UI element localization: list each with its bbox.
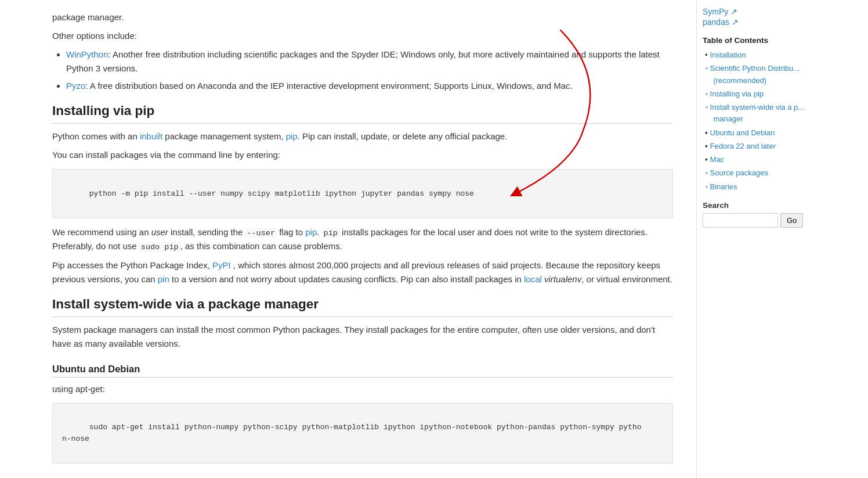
pin-link[interactable]: pin: [158, 274, 169, 284]
inbuilt-link[interactable]: inbuilt: [140, 131, 162, 141]
toc-square-ubuntu: [705, 128, 710, 137]
content-wrapper: package manager. Other options include: …: [52, 10, 673, 478]
toc-link-ubuntu[interactable]: Ubuntu and Debian: [710, 128, 775, 137]
pyzo-desc: : A free distribution based on Anaconda …: [85, 81, 572, 91]
toc-link-mac[interactable]: Mac: [710, 155, 725, 164]
pyzo-link[interactable]: Pyzo: [66, 81, 85, 91]
intro-paragraph: package manager.: [52, 10, 673, 24]
toc-circle-source: [705, 168, 710, 177]
pip-para3: We recommend using an user install, send…: [52, 225, 673, 254]
other-options-paragraph: Other options include:: [52, 29, 673, 43]
toc-item-binaries: Binaries: [705, 181, 836, 193]
pandas-link[interactable]: pandas ↗: [703, 17, 836, 27]
pip-para2-text: You can install packages via the command…: [52, 150, 280, 160]
search-row: Go: [703, 213, 836, 228]
search-area: Search Go: [703, 201, 836, 228]
pip-code: pip: [322, 228, 339, 238]
section-system-heading: Install system-wide via a package manage…: [52, 297, 673, 312]
other-options-label: Other options include:: [52, 31, 137, 41]
section-pip-divider: [52, 123, 673, 124]
section-ubuntu-heading: Ubuntu and Debian: [52, 364, 673, 378]
intro-text: package manager.: [52, 12, 124, 22]
toc-link-scientific[interactable]: Scientific Python Distribu... (recommend…: [705, 64, 800, 84]
ubuntu-using-label: using apt-get:: [52, 382, 673, 396]
pip-command-text: python -m pip install --user numpy scipy…: [89, 189, 474, 198]
toc-list: Installation Scientific Python Distribu.…: [705, 49, 836, 193]
toc-circle-pip: [705, 89, 710, 98]
list-item-winpython: WinPython: Another free distribution inc…: [66, 48, 673, 76]
user-flag-code: --user: [245, 228, 277, 238]
system-para1: System package managers can install the …: [52, 323, 673, 351]
search-input[interactable]: [703, 213, 778, 228]
pip-para4: Pip accesses the Python Package Index, P…: [52, 258, 673, 286]
pypi-link[interactable]: PyPI: [212, 260, 231, 270]
sudo-pip-code: sudo pip: [139, 242, 180, 252]
pip-link-1[interactable]: pip: [286, 131, 298, 141]
toc-circle-binaries: [705, 182, 710, 191]
sidebar: SymPy ↗ pandas ↗ Table of Contents Insta…: [696, 0, 847, 478]
toc-item-system-wide: Install system-wide via a p... manager: [705, 102, 836, 125]
toc-item-scientific: Scientific Python Distribu... (recommend…: [705, 63, 836, 87]
pip-para1: Python comes with an inbuilt package man…: [52, 130, 673, 143]
toc-item-installation: Installation: [705, 49, 836, 61]
toc-link-pip[interactable]: Installing via pip: [710, 89, 764, 98]
pip-para2: You can install packages via the command…: [52, 148, 673, 162]
toc-link-installation[interactable]: Installation: [710, 51, 746, 59]
toc-circle-system: [705, 103, 710, 112]
toc-link-system[interactable]: Install system-wide via a p... manager: [705, 103, 804, 123]
pip-link-2[interactable]: pip: [305, 227, 317, 237]
toc-link-fedora[interactable]: Fedora 22 and later: [710, 142, 776, 150]
toc-item-ubuntu: Ubuntu and Debian: [705, 127, 836, 139]
sympy-link[interactable]: SymPy ↗: [703, 7, 836, 16]
ubuntu-command-block: sudo apt-get install python-numpy python…: [52, 403, 673, 463]
toc-link-source[interactable]: Source packages: [710, 168, 768, 177]
main-content: package manager. Other options include: …: [0, 0, 696, 478]
pip-command-block: python -m pip install --user numpy scipy…: [52, 169, 673, 218]
winpython-desc: : Another free distribution including sc…: [66, 49, 660, 73]
toc-item-source: Source packages: [705, 167, 836, 179]
search-go-button[interactable]: Go: [780, 213, 803, 228]
ubuntu-using-text: using apt-get:: [52, 384, 105, 394]
section-pip-heading: Installing via pip: [52, 103, 673, 118]
toc-title: Table of Contents: [703, 36, 836, 45]
toc-item-fedora: Fedora 22 and later: [705, 141, 836, 152]
winpython-link[interactable]: WinPython: [66, 49, 108, 59]
toc-link-binaries[interactable]: Binaries: [710, 182, 737, 191]
other-options-list: WinPython: Another free distribution inc…: [66, 48, 673, 93]
local-link[interactable]: local: [524, 274, 542, 284]
section-system-divider: [52, 317, 673, 317]
toc-square-fedora: [705, 142, 710, 150]
toc-item-mac: Mac: [705, 154, 836, 166]
toc-item-pip: Installing via pip: [705, 88, 836, 100]
ubuntu-command-text: sudo apt-get install python-numpy python…: [62, 423, 642, 443]
virtualenv-italic: virtualenv: [544, 274, 581, 284]
system-para1-text: System package managers can install the …: [52, 325, 655, 348]
toc-square-mac: [705, 155, 710, 164]
user-italic: user: [151, 227, 168, 237]
search-label: Search: [703, 201, 836, 210]
toc-circle-scientific: [705, 64, 710, 73]
list-item-pyzo: Pyzo: A free distribution based on Anaco…: [66, 79, 673, 93]
